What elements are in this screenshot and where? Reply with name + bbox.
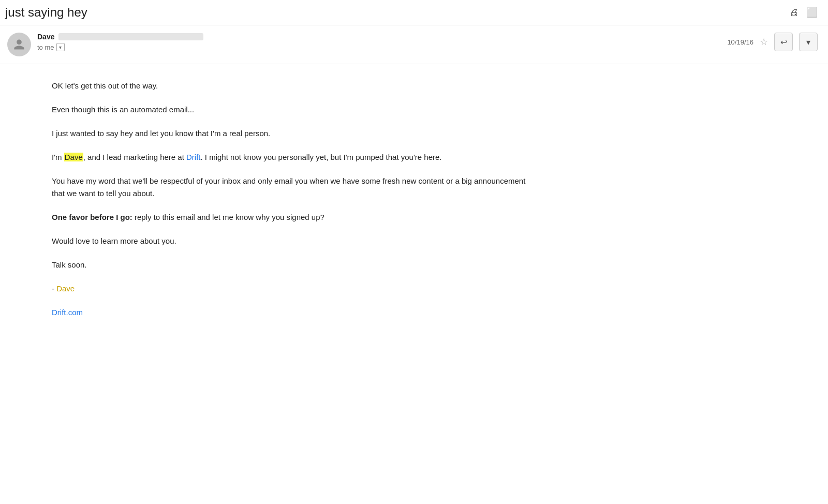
highlighted-dave: Dave [64,153,83,161]
email-meta-row: Dave to me ▾ 10/19/16 ☆ ↩ ▾ [0,25,828,64]
reply-button[interactable]: ↩ [774,33,793,51]
to-me-row: to me ▾ [37,43,203,51]
star-icon[interactable]: ☆ [760,36,768,48]
one-favor-bold: One favor before I go: [52,213,132,221]
sender-info: Dave to me ▾ [37,33,203,51]
avatar [7,33,31,56]
email-subject: just saying hey [5,5,87,20]
one-favor-rest: reply to this email and let me know why … [132,213,324,221]
footer-link-para: Drift.com [52,306,538,319]
signature-name: Dave [56,284,75,293]
to-me-label: to me [37,43,54,51]
avatar-person-icon [13,38,25,51]
paragraph-8: Talk soon. [52,259,538,271]
subject-bar: just saying hey 🖨 ⬜ [0,0,828,25]
drift-footer-link[interactable]: Drift.com [52,308,83,317]
paragraph-6: One favor before I go: reply to this ema… [52,211,538,224]
sender-email-blurred [58,33,203,40]
paragraph-7: Would love to learn more about you. [52,235,538,247]
signature-line: - Dave [52,283,538,295]
email-body: OK let's get this out of the way. Even t… [0,64,569,351]
paragraph-4: I'm Dave, and I lead marketing here at D… [52,151,538,164]
paragraph-1: OK let's get this out of the way. [52,80,538,92]
sender-name-row: Dave [37,33,203,41]
drift-inline-link[interactable]: Drift [186,153,201,161]
sender-name: Dave [37,33,54,41]
popout-icon[interactable]: ⬜ [806,7,818,18]
paragraph-3: I just wanted to say hey and let you kno… [52,127,538,140]
email-actions: 10/19/16 ☆ ↩ ▾ [727,33,818,51]
header-icon-group: 🖨 ⬜ [790,7,818,18]
paragraph-5: You have my word that we'll be respectfu… [52,175,538,200]
to-me-dropdown[interactable]: ▾ [56,43,65,51]
signature-dash: - [52,284,56,293]
sender-section: Dave to me ▾ [7,33,203,56]
print-icon[interactable]: 🖨 [790,7,799,18]
more-actions-button[interactable]: ▾ [799,33,818,51]
email-date: 10/19/16 [727,38,753,46]
paragraph-2: Even though this is an automated email..… [52,103,538,116]
